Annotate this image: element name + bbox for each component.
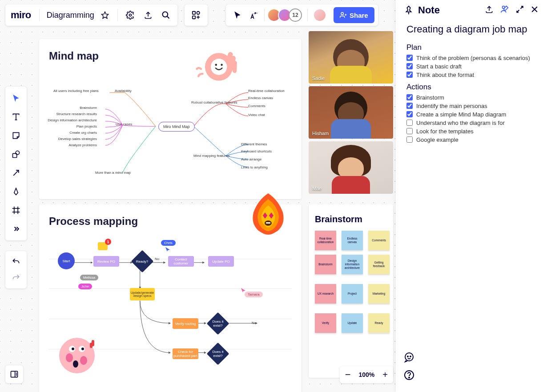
checklist-item[interactable]: Think about the format: [406, 72, 537, 78]
zoom-out-icon[interactable]: −: [345, 369, 351, 380]
export-note-icon[interactable]: [485, 5, 494, 16]
mindmap-node[interactable]: Structure research results: [56, 112, 97, 116]
flow-node[interactable]: Update PO: [208, 256, 234, 267]
mindmap-node[interactable]: All users including free plans: [53, 89, 99, 93]
participant-avatars[interactable]: 12: [267, 8, 305, 22]
checkbox[interactable]: [406, 111, 413, 117]
mindmap-node[interactable]: Analyze problems: [68, 143, 97, 147]
note-title-text[interactable]: Creating a diagram job map: [406, 23, 537, 36]
help-icon[interactable]: [404, 370, 414, 382]
sticky-note[interactable]: Ready: [368, 313, 390, 333]
mindmap-node[interactable]: Auto arrange: [241, 157, 261, 161]
mindmap-node[interactable]: Comments: [248, 104, 265, 108]
edit-note-icon[interactable]: [500, 4, 510, 16]
export-icon[interactable]: [140, 7, 156, 23]
checkbox[interactable]: [406, 55, 413, 61]
pen-tool-icon[interactable]: [7, 183, 25, 200]
canvas-area[interactable]: Mind map: [39, 36, 393, 392]
checklist-item[interactable]: Look for the templates: [406, 128, 537, 135]
mindmap-node[interactable]: Robust collaborative features: [191, 100, 237, 104]
zoom-level[interactable]: 100%: [359, 371, 375, 378]
checkbox[interactable]: [406, 136, 413, 143]
star-icon[interactable]: [97, 7, 113, 23]
redo-icon[interactable]: [8, 270, 24, 286]
more-tools-icon[interactable]: [7, 220, 25, 238]
sticky-note[interactable]: Marketing: [368, 284, 390, 304]
mindmap-node[interactable]: Develop sales strategies: [58, 137, 97, 141]
checklist-item[interactable]: Indentify the main personas: [406, 103, 537, 109]
undo-icon[interactable]: [8, 254, 24, 270]
sticky-note[interactable]: UX research: [315, 284, 336, 304]
settings-icon[interactable]: [122, 7, 138, 23]
sticky-note[interactable]: Comments: [368, 231, 390, 250]
checklist-item[interactable]: Think of the problem (personas & scenari…: [406, 55, 537, 61]
sticky-note[interactable]: Design information architecture: [342, 255, 363, 274]
mindmap-card[interactable]: Mind map: [39, 39, 302, 199]
zoom-in-icon[interactable]: +: [382, 370, 388, 380]
brainstorm-card[interactable]: Brainstorm Real-time collaborationEndles…: [309, 204, 393, 378]
sticky-note[interactable]: Endless canvas: [342, 231, 363, 250]
share-button[interactable]: Share: [334, 7, 374, 23]
add-shapes-icon[interactable]: [188, 7, 204, 23]
expand-icon[interactable]: [516, 5, 524, 15]
text-tool-icon[interactable]: [7, 108, 25, 126]
mindmap-node[interactable]: More than a mind map: [95, 171, 131, 175]
mindmap-node[interactable]: Real-time collaboration: [248, 89, 285, 93]
video-participant[interactable]: Hisham: [309, 86, 393, 139]
video-participant[interactable]: Mae: [309, 141, 393, 194]
frame-tool-icon[interactable]: [7, 201, 25, 219]
participant-count[interactable]: 12: [289, 8, 302, 22]
mindmap-node[interactable]: Design information architecture: [48, 118, 97, 122]
comment-bubble[interactable]: 1: [98, 242, 108, 250]
mindmap-node[interactable]: Different themes: [241, 142, 267, 146]
video-participant[interactable]: Sadie: [309, 31, 393, 84]
sticky-tool-icon[interactable]: [7, 127, 25, 144]
fire-emoji-sticker[interactable]: [248, 191, 288, 236]
face-sticker[interactable]: [57, 336, 97, 376]
mindmap-node[interactable]: Mind mapping features: [193, 154, 229, 158]
flow-node[interactable]: Verify routing: [173, 318, 198, 329]
close-icon[interactable]: [530, 5, 539, 16]
mindmap-node[interactable]: Endless canvas: [248, 96, 273, 100]
shapes-tool-icon[interactable]: [7, 145, 25, 163]
sticky-note[interactable]: Brainstorm: [315, 255, 336, 274]
checklist-item[interactable]: Start a basic draft: [406, 63, 537, 70]
mindmap-node[interactable]: Keyboard shortcuts: [241, 149, 272, 153]
checklist-item[interactable]: Google example: [406, 136, 537, 143]
panel-toggle[interactable]: [5, 365, 23, 383]
sticky-note[interactable]: Verify: [315, 313, 336, 333]
cursor-icon[interactable]: [229, 7, 245, 23]
checkbox[interactable]: [406, 72, 413, 78]
ok-hand-sticker[interactable]: [190, 44, 239, 93]
sticky-note[interactable]: Project: [342, 284, 363, 304]
chat-icon[interactable]: [404, 352, 414, 364]
mindmap-node[interactable]: Brainstorm: [80, 106, 97, 110]
board-title[interactable]: Diagramming: [44, 11, 95, 20]
sticky-note[interactable]: Getting feedback: [368, 255, 390, 274]
checkbox[interactable]: [406, 120, 413, 126]
checklist-item[interactable]: Brainstorm: [406, 94, 537, 101]
sticky-note[interactable]: Real-time collaboration: [315, 231, 336, 250]
arrow-tool-icon[interactable]: [7, 164, 25, 182]
select-tool-icon[interactable]: [7, 89, 25, 107]
checkbox[interactable]: [406, 128, 413, 134]
mindmap-node[interactable]: Availability: [115, 89, 132, 93]
checkbox[interactable]: [406, 94, 413, 100]
pin-icon[interactable]: [404, 5, 414, 15]
checkbox[interactable]: [406, 63, 413, 69]
checklist-item[interactable]: Understand who the diagram is for: [406, 120, 537, 126]
mindmap-center-node[interactable]: Miro Mind Map: [158, 122, 195, 132]
self-avatar[interactable]: [313, 8, 326, 22]
mindmap-node[interactable]: Create org charts: [69, 131, 97, 135]
mindmap-node[interactable]: Links to anything: [241, 165, 268, 169]
checklist-item[interactable]: Create a simple Mind Map diagram: [406, 111, 537, 118]
sticky-note[interactable]: Update: [342, 313, 363, 333]
mindmap-node[interactable]: Video chat: [248, 113, 265, 117]
flow-node[interactable]: Review PO: [93, 256, 119, 267]
mindmap-node[interactable]: Use cases: [116, 122, 132, 126]
reactions-icon[interactable]: [245, 7, 261, 23]
flow-start-node[interactable]: Start: [58, 252, 75, 269]
mindmap-node[interactable]: Plan projects: [76, 124, 97, 128]
miro-logo[interactable]: miro: [9, 9, 35, 21]
flow-node[interactable]: Update/generate design specs: [130, 288, 155, 300]
